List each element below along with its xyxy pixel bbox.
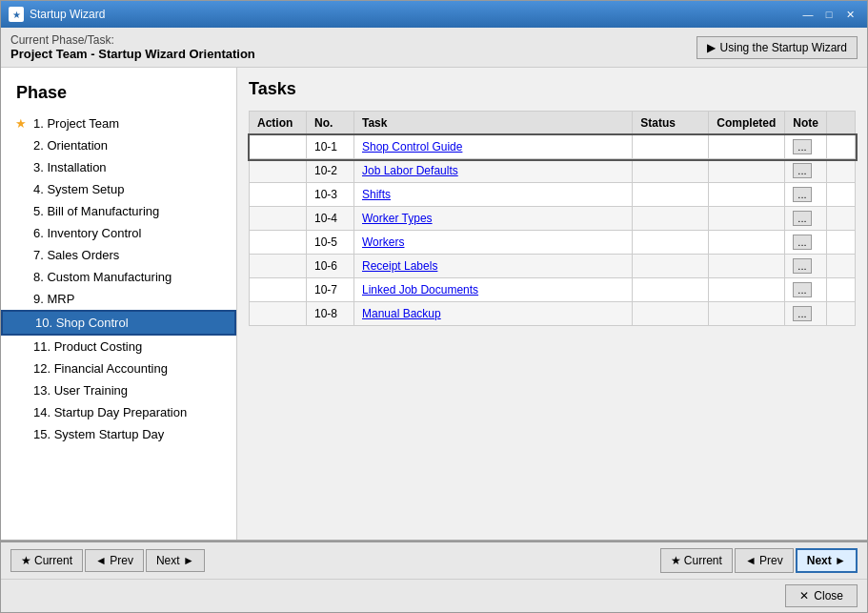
tasks-tbody: 10-1 Shop Control Guide ... 10-2 Job Lab… bbox=[250, 135, 856, 326]
sidebar-item-phase-12[interactable]: ⠀ 12. Financial Accounting bbox=[1, 358, 236, 379]
star-placeholder: ⠀ bbox=[12, 383, 30, 398]
minimize-button[interactable]: — bbox=[798, 6, 818, 23]
help-button[interactable]: ▶ Using the Startup Wizard bbox=[696, 36, 858, 59]
cell-note[interactable]: ... bbox=[785, 255, 827, 278]
cell-note[interactable]: ... bbox=[785, 302, 827, 326]
cell-status bbox=[633, 159, 709, 183]
cell-note[interactable]: ... bbox=[785, 159, 827, 183]
note-dots-button[interactable]: ... bbox=[793, 139, 811, 154]
cell-action bbox=[250, 231, 307, 255]
note-dots-button[interactable]: ... bbox=[793, 282, 811, 297]
sidebar-item-phase-7[interactable]: ⠀ 7. Sales Orders bbox=[1, 244, 236, 266]
star-placeholder: ⠀ bbox=[12, 405, 30, 419]
sidebar-item-phase-1[interactable]: ★ 1. Project Team bbox=[1, 112, 236, 134]
sidebar-items: ★ 1. Project Team ⠀ 2. Orientation ⠀ 3. … bbox=[1, 112, 236, 445]
cell-note[interactable]: ... bbox=[785, 278, 827, 302]
close-window-button[interactable]: ✕ bbox=[840, 6, 859, 23]
sidebar-item-phase-15[interactable]: ⠀ 15. System Startup Day bbox=[1, 423, 236, 445]
table-row[interactable]: 10-5 Workers ... bbox=[250, 231, 856, 255]
cell-note[interactable]: ... bbox=[785, 207, 827, 231]
note-dots-button[interactable]: ... bbox=[793, 163, 811, 178]
sidebar-item-phase-5[interactable]: ⠀ 5. Bill of Manufacturing bbox=[1, 200, 236, 222]
sidebar-item-phase-8[interactable]: ⠀ 8. Custom Manufacturing bbox=[1, 266, 236, 288]
phase-info: Current Phase/Task: Project Team - Start… bbox=[10, 33, 255, 61]
cell-note[interactable]: ... bbox=[785, 231, 827, 255]
right-next-button[interactable]: Next ► bbox=[796, 548, 858, 573]
cell-no: 10-3 bbox=[307, 183, 354, 207]
sidebar-item-label: 13. User Training bbox=[33, 383, 229, 398]
star-placeholder: ⠀ bbox=[12, 138, 30, 153]
table-row[interactable]: 10-8 Manual Backup ... bbox=[250, 302, 856, 326]
task-link[interactable]: Shop Control Guide bbox=[362, 140, 462, 153]
task-link[interactable]: Shifts bbox=[362, 188, 391, 201]
sidebar-item-phase-10[interactable]: ⠀ 10. Shop Control bbox=[1, 310, 236, 336]
task-link[interactable]: Linked Job Documents bbox=[362, 283, 478, 296]
cell-task[interactable]: Workers bbox=[354, 231, 633, 255]
left-next-button[interactable]: Next ► bbox=[146, 549, 205, 572]
task-link[interactable]: Manual Backup bbox=[362, 307, 441, 320]
right-prev-button[interactable]: ◄ Prev bbox=[735, 548, 794, 573]
cell-task[interactable]: Receipt Labels bbox=[354, 255, 633, 278]
note-dots-button[interactable]: ... bbox=[793, 306, 811, 321]
sidebar-item-label: 8. Custom Manufacturing bbox=[33, 270, 229, 284]
note-dots-button[interactable]: ... bbox=[793, 211, 811, 226]
sidebar-item-label: 15. System Startup Day bbox=[33, 427, 229, 441]
table-row[interactable]: 10-7 Linked Job Documents ... bbox=[250, 278, 856, 302]
main-content: Phase ★ 1. Project Team ⠀ 2. Orientation… bbox=[1, 68, 867, 540]
close-button[interactable]: ✕ Close bbox=[785, 584, 858, 607]
cell-action bbox=[250, 159, 307, 183]
table-row[interactable]: 10-6 Receipt Labels ... bbox=[250, 255, 856, 278]
tasks-title: Tasks bbox=[249, 79, 856, 99]
sidebar-item-label: 10. Shop Control bbox=[35, 316, 227, 330]
cell-note[interactable]: ... bbox=[785, 183, 827, 207]
task-link[interactable]: Job Labor Defaults bbox=[362, 164, 458, 177]
table-row[interactable]: 10-1 Shop Control Guide ... bbox=[250, 135, 856, 159]
left-next-label: Next ► bbox=[156, 554, 194, 567]
cell-extra bbox=[827, 159, 856, 183]
sidebar-item-phase-11[interactable]: ⠀ 11. Product Costing bbox=[1, 336, 236, 358]
cell-task[interactable]: Shop Control Guide bbox=[354, 135, 633, 159]
maximize-button[interactable]: □ bbox=[819, 6, 838, 23]
star-placeholder: ⠀ bbox=[12, 182, 30, 196]
close-section: ✕ Close bbox=[1, 579, 867, 612]
note-dots-button[interactable]: ... bbox=[793, 187, 811, 202]
sidebar-item-phase-4[interactable]: ⠀ 4. System Setup bbox=[1, 178, 236, 200]
right-current-button[interactable]: ★ Current bbox=[660, 548, 733, 573]
sidebar-item-phase-3[interactable]: ⠀ 3. Installation bbox=[1, 156, 236, 178]
cell-action bbox=[250, 302, 307, 326]
cell-no: 10-2 bbox=[307, 159, 354, 183]
cell-task[interactable]: Shifts bbox=[354, 183, 633, 207]
col-header-action: Action bbox=[250, 112, 307, 135]
col-header-status: Status bbox=[633, 112, 709, 135]
sidebar-item-phase-2[interactable]: ⠀ 2. Orientation bbox=[1, 134, 236, 156]
table-row[interactable]: 10-4 Worker Types ... bbox=[250, 207, 856, 231]
col-header-no: No. bbox=[307, 112, 354, 135]
cell-note[interactable]: ... bbox=[785, 135, 827, 159]
cell-completed bbox=[709, 159, 785, 183]
left-current-button[interactable]: ★ Current bbox=[10, 549, 83, 572]
sidebar-item-phase-13[interactable]: ⠀ 13. User Training bbox=[1, 379, 236, 401]
cell-task[interactable]: Job Labor Defaults bbox=[354, 159, 633, 183]
sidebar-item-label: 14. Startup Day Preparation bbox=[33, 405, 229, 419]
star-placeholder: ⠀ bbox=[12, 226, 30, 240]
sidebar-item-phase-9[interactable]: ⠀ 9. MRP bbox=[1, 288, 236, 310]
sidebar-item-phase-14[interactable]: ⠀ 14. Startup Day Preparation bbox=[1, 401, 236, 423]
table-row[interactable]: 10-2 Job Labor Defaults ... bbox=[250, 159, 856, 183]
table-row[interactable]: 10-3 Shifts ... bbox=[250, 183, 856, 207]
task-link[interactable]: Worker Types bbox=[362, 212, 433, 225]
cell-no: 10-5 bbox=[307, 231, 354, 255]
note-dots-button[interactable]: ... bbox=[793, 235, 811, 250]
sidebar-item-phase-6[interactable]: ⠀ 6. Inventory Control bbox=[1, 222, 236, 244]
sidebar-item-label: 6. Inventory Control bbox=[33, 226, 229, 240]
note-dots-button[interactable]: ... bbox=[793, 258, 811, 274]
cell-task[interactable]: Linked Job Documents bbox=[354, 278, 633, 302]
left-prev-button[interactable]: ◄ Prev bbox=[85, 549, 144, 572]
col-header-completed: Completed bbox=[709, 112, 785, 135]
task-link[interactable]: Workers bbox=[362, 235, 404, 249]
cell-task[interactable]: Manual Backup bbox=[354, 302, 633, 326]
help-icon: ▶ bbox=[707, 41, 716, 54]
sidebar-item-label: 5. Bill of Manufacturing bbox=[33, 204, 229, 218]
star-placeholder: ⠀ bbox=[12, 270, 30, 284]
cell-task[interactable]: Worker Types bbox=[354, 207, 633, 231]
task-link[interactable]: Receipt Labels bbox=[362, 259, 437, 273]
